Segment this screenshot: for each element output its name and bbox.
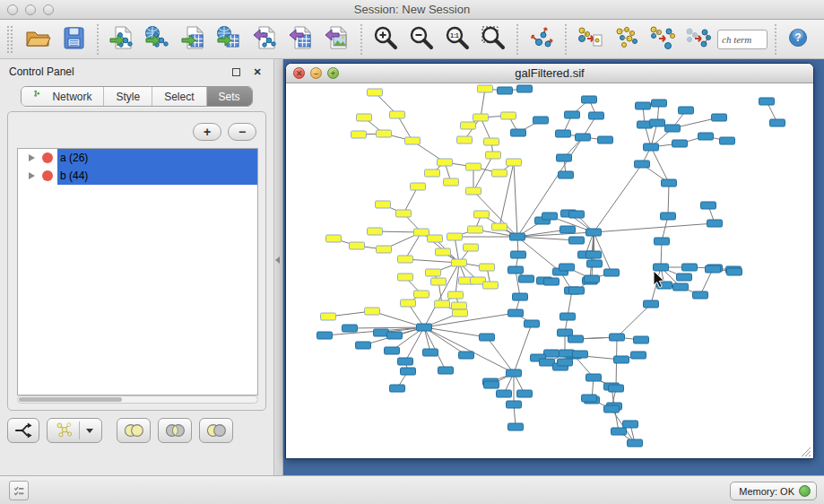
export-network-button[interactable] — [249, 23, 282, 56]
graph-node-yellow[interactable] — [480, 264, 495, 271]
graph-node-yellow[interactable] — [426, 269, 441, 276]
graph-node-blue[interactable] — [525, 320, 540, 327]
graph-node-yellow[interactable] — [447, 233, 463, 240]
graph-node-blue[interactable] — [698, 133, 714, 140]
graph-node-blue[interactable] — [610, 334, 625, 341]
network-graph[interactable] — [287, 83, 812, 458]
graph-node-blue[interactable] — [576, 134, 591, 141]
graph-node-blue[interactable] — [559, 350, 575, 357]
graph-node-blue[interactable] — [508, 266, 524, 274]
graph-node-blue[interactable] — [604, 269, 620, 276]
graph-node-yellow[interactable] — [428, 235, 443, 242]
add-set-button[interactable]: + — [193, 123, 221, 141]
set-list[interactable]: a (26)b (44) — [17, 148, 258, 395]
graph-node-yellow[interactable] — [473, 114, 489, 121]
graph-node-blue[interactable] — [677, 274, 692, 281]
graph-node-blue[interactable] — [517, 390, 533, 397]
graph-node-blue[interactable] — [558, 359, 573, 366]
node-layer[interactable] — [317, 85, 785, 447]
graph-node-blue[interactable] — [701, 202, 716, 209]
graph-node-blue[interactable] — [609, 385, 624, 392]
graph-node-blue[interactable] — [560, 226, 576, 233]
graph-node-yellow[interactable] — [452, 259, 467, 266]
collapse-panel-icon[interactable] — [275, 256, 280, 264]
graph-node-blue[interactable] — [720, 137, 735, 144]
resize-grip-icon[interactable] — [802, 448, 811, 456]
remove-set-button[interactable]: − — [228, 123, 256, 141]
export-table-button[interactable] — [285, 23, 317, 56]
network-canvas[interactable] — [287, 83, 812, 458]
zoom-actual-button[interactable]: 1:1 — [441, 23, 473, 56]
graph-node-blue[interactable] — [544, 278, 559, 285]
graph-node-blue[interactable] — [573, 351, 588, 358]
graph-node-blue[interactable] — [438, 367, 454, 374]
graph-node-yellow[interactable] — [468, 226, 483, 233]
venn-intersection-button[interactable] — [158, 418, 192, 443]
graph-node-blue[interactable] — [759, 98, 775, 105]
graph-node-blue[interactable] — [598, 136, 613, 143]
graph-node-yellow[interactable] — [405, 137, 421, 144]
close-panel-icon[interactable]: ✕ — [250, 65, 265, 79]
extract-network-button[interactable] — [681, 23, 714, 56]
graph-node-blue[interactable] — [356, 342, 371, 349]
zoom-out-button[interactable] — [405, 23, 438, 56]
graph-node-yellow[interactable] — [365, 308, 380, 315]
graph-node-yellow[interactable] — [461, 122, 476, 129]
graph-node-blue[interactable] — [398, 358, 413, 365]
graph-node-yellow[interactable] — [431, 278, 447, 285]
graph-node-blue[interactable] — [661, 213, 676, 220]
graph-node-blue[interactable] — [707, 220, 723, 227]
graph-node-blue[interactable] — [556, 130, 571, 137]
graph-node-yellow[interactable] — [438, 159, 453, 166]
graph-node-blue[interactable] — [387, 332, 403, 339]
graph-node-yellow[interactable] — [457, 136, 473, 143]
expand-triangle-icon[interactable] — [29, 154, 35, 161]
panel-splitter[interactable] — [273, 59, 283, 475]
graph-node-blue[interactable] — [374, 329, 389, 336]
graph-node-yellow[interactable] — [425, 169, 440, 177]
graph-node-blue[interactable] — [582, 96, 597, 103]
graph-node-yellow[interactable] — [368, 228, 383, 235]
graph-node-blue[interactable] — [513, 293, 528, 300]
network-frame[interactable]: ✕ – + galFiltered.sif — [285, 63, 814, 459]
graph-node-yellow[interactable] — [351, 131, 367, 138]
graph-node-blue[interactable] — [459, 352, 474, 359]
graph-node-blue[interactable] — [484, 381, 499, 388]
graph-node-blue[interactable] — [586, 251, 602, 258]
graph-node-yellow[interactable] — [484, 138, 499, 145]
graph-node-blue[interactable] — [559, 264, 575, 271]
graph-node-blue[interactable] — [401, 368, 416, 375]
graph-node-blue[interactable] — [498, 87, 513, 94]
tab-network[interactable]: Network — [22, 87, 104, 106]
graph-node-yellow[interactable] — [474, 211, 490, 218]
graph-node-yellow[interactable] — [486, 152, 501, 159]
graph-node-yellow[interactable] — [492, 223, 507, 230]
graph-node-blue[interactable] — [560, 313, 576, 320]
graph-node-blue[interactable] — [644, 300, 659, 308]
graph-node-yellow[interactable] — [398, 274, 413, 281]
export-image-button[interactable] — [321, 23, 353, 56]
graph-node-blue[interactable] — [569, 211, 585, 218]
graph-node-blue[interactable] — [557, 154, 572, 161]
graph-node-blue[interactable] — [511, 251, 526, 258]
graph-node-yellow[interactable] — [377, 246, 392, 253]
graph-node-blue[interactable] — [569, 237, 585, 244]
graph-node-blue[interactable] — [673, 283, 689, 291]
graph-node-yellow[interactable] — [398, 256, 413, 263]
horizontal-scrollbar[interactable] — [17, 395, 258, 404]
graph-node-yellow[interactable] — [414, 291, 429, 298]
graph-node-blue[interactable] — [559, 171, 574, 178]
graph-node-blue[interactable] — [672, 140, 688, 147]
graph-node-blue[interactable] — [614, 356, 629, 363]
help-button[interactable]: ? — [782, 23, 814, 56]
zoom-in-button[interactable] — [369, 23, 402, 56]
import-table-url-button[interactable] — [213, 23, 246, 56]
graph-node-blue[interactable] — [712, 114, 727, 121]
graph-node-yellow[interactable] — [507, 159, 522, 166]
zoom-fit-button[interactable] — [477, 23, 509, 56]
graph-node-blue[interactable] — [636, 102, 651, 109]
graph-node-blue[interactable] — [385, 347, 400, 354]
graph-node-blue[interactable] — [507, 369, 522, 377]
graph-node-blue[interactable] — [635, 161, 650, 168]
yellow-network-button[interactable] — [47, 418, 102, 443]
